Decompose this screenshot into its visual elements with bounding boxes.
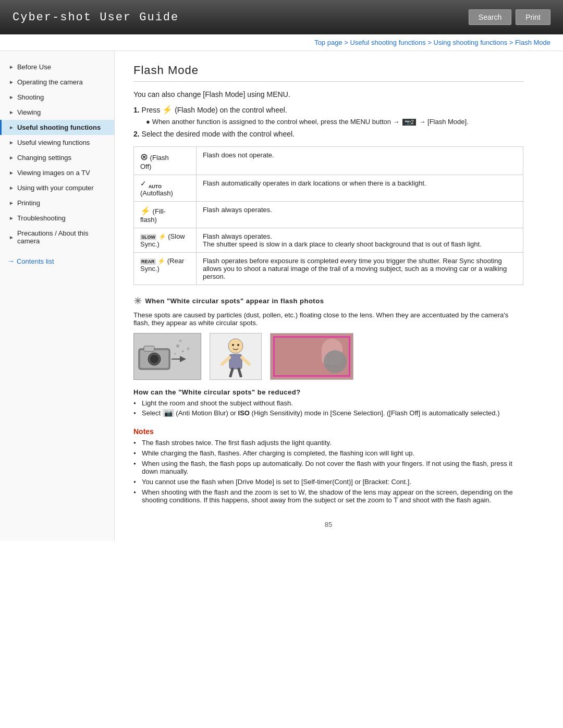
person-svg xyxy=(215,336,256,377)
step-2: 2. Select the desired mode with the cont… xyxy=(133,130,523,138)
flash-mode-desc-slow: Flash always operates.The shutter speed … xyxy=(197,228,523,252)
sidebar-item-useful-viewing[interactable]: ► Useful viewing functions xyxy=(0,135,114,150)
svg-point-4 xyxy=(150,355,158,363)
arrow-right-icon: → xyxy=(7,257,15,265)
flash-mode-icon-off: ⊗ (FlashOff) xyxy=(134,147,197,175)
arrow-icon: ► xyxy=(9,94,14,100)
layout: ► Before Use ► Operating the camera ► Sh… xyxy=(0,51,563,541)
breadcrumb-using-shooting[interactable]: Using shooting functions xyxy=(434,39,508,46)
list-item: When using the flash, the flash pops up … xyxy=(133,460,523,475)
reduction-title: How can the "White circular spots" be re… xyxy=(133,388,523,396)
arrow-icon: ► xyxy=(9,235,14,240)
tip-text: These spots are caused by particles (dus… xyxy=(133,311,523,327)
flash-mode-icon-fill: ⚡ (Fill-flash) xyxy=(134,201,197,228)
list-item: While charging the flash, flashes. After… xyxy=(133,449,523,457)
header-buttons: Search Print xyxy=(469,9,550,25)
notes-title: Notes xyxy=(133,427,523,436)
breadcrumb-top[interactable]: Top page xyxy=(314,39,342,46)
flash-mode-desc-fill: Flash always operates. xyxy=(197,201,523,228)
camera-dust-svg xyxy=(136,336,199,377)
table-row: ⚡ (Fill-flash) Flash always operates. xyxy=(134,201,523,228)
arrow-icon: ► xyxy=(9,109,14,115)
illustrations-row xyxy=(133,333,523,380)
svg-point-6 xyxy=(182,350,184,352)
header: Cyber-shot User Guide Search Print xyxy=(0,0,563,34)
svg-point-8 xyxy=(187,347,190,350)
person-illustration xyxy=(210,333,262,380)
sidebar-item-shooting[interactable]: ► Shooting xyxy=(0,90,114,105)
sidebar-item-viewing[interactable]: ► Viewing xyxy=(0,105,114,120)
svg-line-16 xyxy=(242,357,249,364)
sidebar-item-troubleshooting[interactable]: ► Troubleshooting xyxy=(0,211,114,226)
arrow-icon: ► xyxy=(9,79,14,85)
search-button[interactable]: Search xyxy=(469,9,511,25)
svg-rect-14 xyxy=(229,354,242,369)
table-row: SLOW ⚡ (SlowSync.) Flash always operates… xyxy=(134,228,523,252)
print-button[interactable]: Print xyxy=(516,9,550,25)
svg-point-12 xyxy=(232,344,234,346)
svg-line-17 xyxy=(230,369,232,376)
svg-point-7 xyxy=(179,339,182,342)
list-item: The flash strobes twice. The first flash… xyxy=(133,439,523,447)
flash-mode-desc-auto: Flash automatically operates in dark loc… xyxy=(197,175,523,202)
tip-icon: ☀ xyxy=(133,295,142,307)
arrow-icon: ► xyxy=(9,170,14,176)
page-title: Flash Mode xyxy=(133,64,523,82)
contents-list-link[interactable]: → Contents list xyxy=(7,257,107,265)
table-row: ✓ AUTO(Autoflash) Flash automatically op… xyxy=(134,175,523,202)
flash-mode-icon-auto: ✓ AUTO(Autoflash) xyxy=(134,175,197,202)
intro-text: You can also change [Flash Mode] using M… xyxy=(133,90,523,98)
table-row: ⊗ (FlashOff) Flash does not operate. xyxy=(134,147,523,175)
flash-mode-icon-slow: SLOW ⚡ (SlowSync.) xyxy=(134,228,197,252)
arrow-icon: ► xyxy=(9,155,14,161)
table-row: REAR ⚡ (RearSync.) Flash operates before… xyxy=(134,252,523,285)
arrow-icon: ► xyxy=(9,200,14,206)
svg-rect-2 xyxy=(144,346,154,351)
sidebar: ► Before Use ► Operating the camera ► Sh… xyxy=(0,51,115,541)
sidebar-item-before-use[interactable]: ► Before Use xyxy=(0,59,114,75)
list-item: When shooting with the flash and the zoo… xyxy=(133,488,523,504)
sidebar-item-viewing-tv[interactable]: ► Viewing images on a TV xyxy=(0,165,114,180)
menu-icon: 📷2 xyxy=(402,119,416,126)
svg-point-5 xyxy=(176,344,179,348)
sidebar-item-changing-settings[interactable]: ► Changing settings xyxy=(0,150,114,165)
svg-line-15 xyxy=(222,357,229,364)
sidebar-item-useful-shooting[interactable]: ► Useful shooting functions xyxy=(0,120,114,135)
notes-box: Notes The flash strobes twice. The first… xyxy=(133,427,523,504)
flash-mode-table: ⊗ (FlashOff) Flash does not operate. ✓ A… xyxy=(133,146,523,285)
sidebar-item-precautions[interactable]: ► Precautions / About this camera xyxy=(0,226,114,249)
step-1: 1. Press ⚡ (Flash Mode) on the control w… xyxy=(133,105,523,115)
svg-line-18 xyxy=(239,369,241,376)
svg-point-13 xyxy=(237,344,239,346)
camera-dust-illustration xyxy=(133,333,201,380)
arrow-icon: ► xyxy=(9,215,14,221)
notes-list: The flash strobes twice. The first flash… xyxy=(133,439,523,504)
step-1-sub: ● When another function is assigned to t… xyxy=(146,118,523,126)
anti-motion-icon: 📷 xyxy=(163,409,174,417)
sidebar-item-printing[interactable]: ► Printing xyxy=(0,195,114,211)
main-content: Flash Mode You can also change [Flash Mo… xyxy=(115,51,542,541)
tip-title: ☀ When "White circular spots" appear in … xyxy=(133,295,523,307)
list-item: Light the room and shoot the subject wit… xyxy=(133,399,523,407)
sidebar-item-computer[interactable]: ► Using with your computer xyxy=(0,180,114,195)
white-circular-spot xyxy=(324,350,347,373)
svg-point-11 xyxy=(228,339,243,353)
page-number: 85 xyxy=(133,516,523,528)
flash-icon: ⚡ xyxy=(162,105,173,114)
sidebar-item-operating[interactable]: ► Operating the camera xyxy=(0,75,114,90)
arrow-icon: ► xyxy=(9,125,14,130)
flash-mode-desc-off: Flash does not operate. xyxy=(197,147,523,175)
list-item: You cannot use the flash when [Drive Mod… xyxy=(133,478,523,486)
photo-illustration xyxy=(270,333,353,380)
arrow-icon: ► xyxy=(9,185,14,191)
svg-point-9 xyxy=(174,353,176,355)
arrow-icon: ► xyxy=(9,140,14,145)
breadcrumb: Top page > Useful shooting functions > U… xyxy=(0,34,563,51)
breadcrumb-useful-shooting[interactable]: Useful shooting functions xyxy=(350,39,425,46)
flash-mode-desc-rear: Flash operates before exposure is comple… xyxy=(197,252,523,285)
breadcrumb-current: Flash Mode xyxy=(515,39,550,46)
reduction-list: Light the room and shoot the subject wit… xyxy=(133,399,523,417)
flash-mode-icon-rear: REAR ⚡ (RearSync.) xyxy=(134,252,197,285)
app-title: Cyber-shot User Guide xyxy=(13,11,179,24)
bullet-dot: ● xyxy=(146,118,150,126)
